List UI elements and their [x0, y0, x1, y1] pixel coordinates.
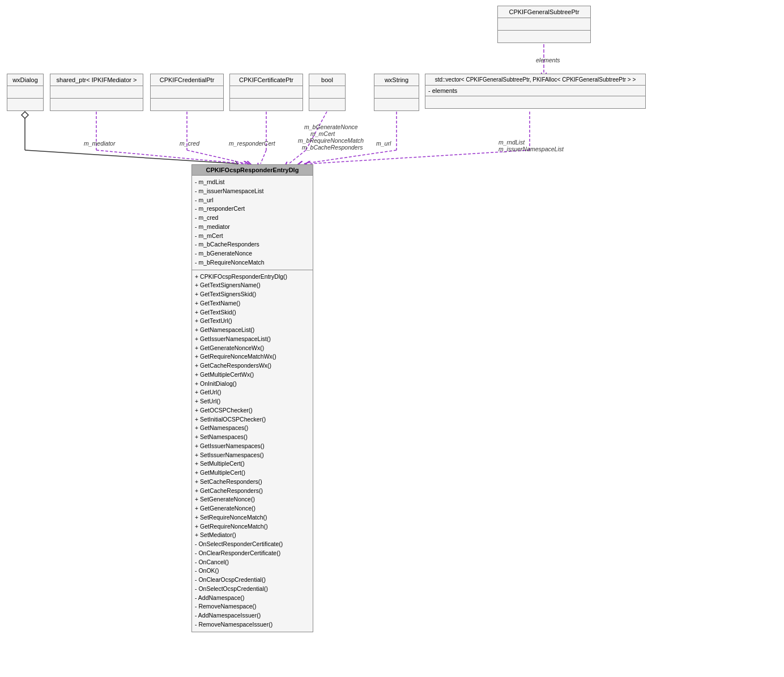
method-on-init-dialog: + OnInitDialog() — [195, 380, 310, 389]
method-get-require-nonce-match: + GetRequireNonceMatch() — [195, 522, 310, 531]
shared-ptr-ipkif-box: shared_ptr< IPKIFMediator > — [50, 74, 143, 111]
method-get-ocsp-checker: + GetOCSPChecker() — [195, 406, 310, 415]
attr-m-b-generate-nonce: - m_bGenerateNonce — [195, 249, 310, 258]
vector-class-title: std::vector< CPKIFGeneralSubtreePtr, PKI… — [425, 74, 645, 85]
diagram-container: CPKIFGeneralSubtreePtr elements std::vec… — [0, 0, 784, 677]
main-class-methods: + CPKIFOcspResponderEntryDlg() + GetText… — [192, 270, 313, 632]
method-constructor: + CPKIFOcspResponderEntryDlg() — [195, 272, 310, 282]
method-set-issuer-namespaces: + SetIssuerNamespaces() — [195, 451, 310, 460]
cpkif-certificate-ptr-title: CPKIFCertificatePtr — [230, 74, 302, 86]
method-get-namespace-list: + GetNamespaceList() — [195, 326, 310, 335]
method-set-mediator: + SetMediator() — [195, 531, 310, 540]
method-set-multiple-cert: + SetMultipleCert() — [195, 459, 310, 469]
method-get-issuer-namespace-list: + GetIssuerNamespaceList() — [195, 335, 310, 344]
method-get-cache-responders-wx: + GetCacheRespondersWx() — [195, 361, 310, 371]
method-set-require-nonce-match: + SetRequireNonceMatch() — [195, 513, 310, 522]
m-b-cache-responders-label: m_bCacheResponders — [302, 144, 363, 151]
method-get-url: + GetUrl() — [195, 388, 310, 397]
method-get-generate-nonce: + GetGenerateNonce() — [195, 504, 310, 513]
method-get-text-signers-skid: + GetTextSignersSkid() — [195, 290, 310, 299]
method-add-namespace-issuer: - AddNamespaceIssuer() — [195, 611, 310, 620]
method-set-url: + SetUrl() — [195, 397, 310, 406]
method-on-ok: - OnOK() — [195, 567, 310, 576]
method-on-cancel: - OnCancel() — [195, 558, 310, 567]
svg-line-15 — [310, 150, 530, 164]
bool-title: bool — [309, 74, 345, 86]
bool-box: bool — [309, 74, 346, 111]
shared-ptr-ipkif-title: shared_ptr< IPKIFMediator > — [50, 74, 143, 86]
elements-label: elements — [536, 57, 560, 63]
attr-m-issuer-namespace-list: - m_issuerNamespaceList — [195, 187, 310, 196]
method-get-multiple-cert: + GetMultipleCert() — [195, 469, 310, 478]
cpkif-general-subtree-ptr-box: CPKIFGeneralSubtreePtr — [497, 6, 591, 43]
method-on-select-ocsp-credential: - OnSelectOcspCredential() — [195, 585, 310, 594]
cpkif-certificate-ptr-box: CPKIFCertificatePtr — [229, 74, 303, 111]
attr-m-m-cert: - m_mCert — [195, 232, 310, 241]
main-class-attributes: - m_rndList - m_issuerNamespaceList - m_… — [192, 176, 313, 270]
cpkif-credential-ptr-title: CPKIFCredentialPtr — [151, 74, 223, 86]
method-add-namespace: - AddNamespace() — [195, 594, 310, 603]
attr-m-rnd-list: - m_rndList — [195, 178, 310, 187]
m-responder-cert-label: m_responderCert — [229, 140, 275, 147]
method-on-select-responder-cert: - OnSelectResponderCertificate() — [195, 540, 310, 549]
main-class-title: CPKIFOcspResponderEntryDlg — [192, 165, 313, 176]
method-get-text-url: + GetTextUrl() — [195, 317, 310, 326]
m-b-generate-nonce-label: m_bGenerateNonce — [304, 124, 358, 130]
method-get-issuer-namespaces: + GetIssuerNamespaces() — [195, 442, 310, 451]
method-remove-namespace: - RemoveNamespace() — [195, 602, 310, 611]
method-get-text-skid: + GetTextSkid() — [195, 308, 310, 317]
vector-class-box: std::vector< CPKIFGeneralSubtreePtr, PKI… — [425, 74, 646, 109]
cpkif-general-subtree-ptr-title: CPKIFGeneralSubtreePtr — [498, 6, 590, 18]
svg-line-11 — [289, 150, 306, 164]
method-get-text-name: + GetTextName() — [195, 299, 310, 308]
m-cred-label: m_cred — [180, 140, 199, 147]
svg-line-2 — [25, 150, 238, 164]
method-set-namespaces: + SetNamespaces() — [195, 433, 310, 442]
method-get-generate-nonce-wx: + GetGenerateNonceWx() — [195, 344, 310, 353]
method-get-multiple-cert-wx: + GetMultipleCertWx() — [195, 371, 310, 380]
attr-m-mediator: - m_mediator — [195, 223, 310, 232]
m-m-cert-label: m_mCert — [310, 130, 335, 137]
svg-line-9 — [261, 150, 266, 164]
method-set-generate-nonce: + SetGenerateNonce() — [195, 495, 310, 504]
svg-line-7 — [187, 150, 246, 164]
method-get-text-signers-name: + GetTextSignersName() — [195, 281, 310, 290]
svg-marker-3 — [22, 112, 28, 118]
wx-dialog-title: wxDialog — [7, 74, 43, 86]
m-issuer-namespace-list-label: m_issuerNamespaceList — [498, 146, 564, 152]
vector-field-elements: - elements — [428, 87, 642, 94]
m-url-label: m_url — [376, 140, 391, 147]
attr-m-b-require-nonce-match: - m_bRequireNonceMatch — [195, 258, 310, 267]
m-mediator-label: m_mediator — [84, 140, 115, 147]
wx-string-title: wxString — [374, 74, 419, 86]
svg-line-5 — [96, 150, 244, 164]
method-get-require-nonce-match-wx: + GetRequireNonceMatchWx() — [195, 352, 310, 361]
wx-dialog-box: wxDialog — [7, 74, 44, 111]
attr-m-cred: - m_cred — [195, 214, 310, 223]
method-get-namespaces: + GetNamespaces() — [195, 424, 310, 433]
method-on-clear-responder-cert: - OnClearResponderCertificate() — [195, 549, 310, 558]
method-remove-namespace-issuer: - RemoveNamespaceIssuer() — [195, 620, 310, 629]
attr-m-url: - m_url — [195, 196, 310, 205]
cpkif-credential-ptr-box: CPKIFCredentialPtr — [150, 74, 224, 111]
attr-m-b-cache-responders: - m_bCacheResponders — [195, 240, 310, 249]
method-set-cache-responders: + SetCacheResponders() — [195, 478, 310, 487]
method-set-initial-ocsp-checker: + SetInitialOCSPChecker() — [195, 415, 310, 424]
main-class-box: CPKIFOcspResponderEntryDlg - m_rndList -… — [191, 164, 313, 632]
method-get-cache-responders: + GetCacheResponders() — [195, 487, 310, 496]
attr-m-responder-cert: - m_responderCert — [195, 205, 310, 214]
method-on-clear-ocsp-credential: - OnClearOcspCredential() — [195, 576, 310, 585]
wx-string-box: wxString — [374, 74, 419, 111]
svg-line-13 — [303, 150, 397, 164]
m-b-require-nonce-match-label: m_bRequireNonceMatch — [298, 137, 364, 144]
m-rnd-list-label: m_rndList — [498, 139, 525, 146]
